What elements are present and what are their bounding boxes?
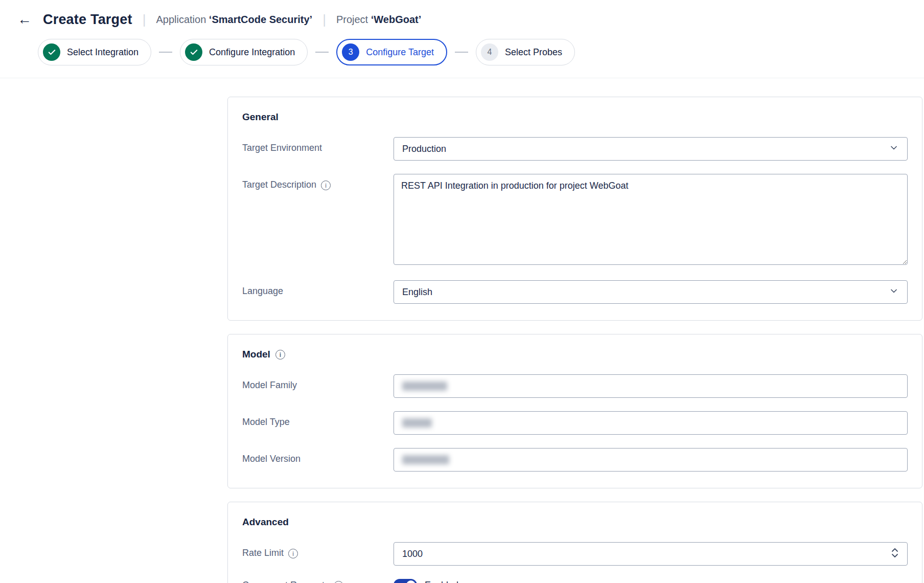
step-complete-check-icon bbox=[185, 43, 202, 61]
language-row: Language English bbox=[242, 280, 908, 304]
application-name: ‘SmartCode Security’ bbox=[209, 14, 312, 25]
model-version-input[interactable] bbox=[394, 448, 908, 472]
wizard-stepper: Select Integration Configure Integration… bbox=[0, 35, 924, 78]
language-select[interactable]: English bbox=[394, 280, 908, 304]
concurrent-requests-row: Concurrent Requests i Enabled bbox=[242, 579, 908, 583]
model-family-input[interactable] bbox=[394, 374, 908, 398]
breadcrumb-project: Project ‘WebGoat’ bbox=[336, 14, 421, 26]
breadcrumb-application: Application ‘SmartCode Security’ bbox=[156, 14, 312, 26]
rate-limit-row: Rate Limit i 1000 bbox=[242, 542, 908, 566]
target-description-textarea[interactable]: REST API Integration in production for p… bbox=[394, 174, 908, 265]
advanced-section-title: Advanced bbox=[242, 517, 289, 528]
page-title: Create Target bbox=[43, 12, 132, 28]
redacted-value bbox=[402, 455, 449, 464]
step-label: Configure Integration bbox=[209, 47, 295, 58]
model-family-row: Model Family bbox=[242, 374, 908, 398]
step-select-integration[interactable]: Select Integration bbox=[38, 39, 151, 65]
step-select-probes[interactable]: 4 Select Probes bbox=[476, 39, 575, 65]
project-name: ‘WebGoat’ bbox=[371, 14, 422, 25]
step-configure-integration[interactable]: Configure Integration bbox=[180, 39, 308, 65]
model-version-label: Model Version bbox=[242, 454, 301, 464]
concurrent-requests-label: Concurrent Requests bbox=[242, 580, 329, 583]
model-section-card: Model i Model Family Model Type bbox=[227, 334, 922, 488]
step-number-badge: 4 bbox=[481, 43, 498, 61]
rate-limit-label: Rate Limit bbox=[242, 548, 284, 558]
step-connector bbox=[159, 52, 172, 53]
target-environment-value: Production bbox=[402, 144, 446, 154]
step-connector bbox=[455, 52, 468, 53]
advanced-section-card: Advanced Rate Limit i 1000 Concurrent Re… bbox=[227, 502, 922, 583]
model-type-label: Model Type bbox=[242, 417, 290, 428]
redacted-value bbox=[402, 418, 432, 428]
chevron-down-icon bbox=[889, 286, 899, 299]
breadcrumb-divider: | bbox=[142, 12, 147, 28]
model-version-row: Model Version bbox=[242, 448, 908, 472]
target-environment-row: Target Environment Production bbox=[242, 137, 908, 161]
language-label: Language bbox=[242, 286, 283, 297]
concurrent-requests-toggle[interactable] bbox=[394, 579, 417, 583]
target-description-row: Target Description i REST API Integratio… bbox=[242, 174, 908, 267]
breadcrumb-divider: | bbox=[321, 12, 327, 28]
general-section-title: General bbox=[242, 111, 279, 123]
model-section-title: Model bbox=[242, 349, 270, 360]
model-type-input[interactable] bbox=[394, 411, 908, 435]
model-family-label: Model Family bbox=[242, 380, 297, 391]
number-stepper-icon[interactable] bbox=[891, 547, 899, 561]
step-complete-check-icon bbox=[43, 43, 60, 61]
application-label: Application bbox=[156, 14, 206, 25]
target-description-label: Target Description bbox=[242, 180, 316, 190]
main-content: General Target Environment Production Ta… bbox=[0, 78, 924, 583]
header-top-row: ← Create Target | Application ‘SmartCode… bbox=[0, 0, 924, 35]
model-type-row: Model Type bbox=[242, 411, 908, 435]
step-number-badge: 3 bbox=[342, 43, 359, 61]
step-label: Select Probes bbox=[505, 47, 562, 58]
rate-limit-value: 1000 bbox=[402, 549, 423, 559]
info-icon[interactable]: i bbox=[275, 350, 285, 360]
step-connector bbox=[315, 52, 329, 53]
step-label: Select Integration bbox=[67, 47, 138, 58]
info-icon[interactable]: i bbox=[288, 549, 298, 558]
rate-limit-input[interactable]: 1000 bbox=[394, 542, 908, 566]
target-environment-select[interactable]: Production bbox=[394, 137, 908, 161]
chevron-down-icon bbox=[889, 143, 899, 155]
language-value: English bbox=[402, 287, 432, 298]
redacted-value bbox=[402, 382, 447, 391]
general-section-card: General Target Environment Production Ta… bbox=[227, 97, 922, 321]
info-icon[interactable]: i bbox=[321, 181, 331, 190]
info-icon[interactable]: i bbox=[334, 581, 343, 583]
step-label: Configure Target bbox=[366, 47, 434, 58]
page-header: ← Create Target | Application ‘SmartCode… bbox=[0, 0, 924, 78]
back-arrow-icon[interactable]: ← bbox=[15, 10, 34, 29]
step-configure-target[interactable]: 3 Configure Target bbox=[336, 39, 447, 65]
target-environment-label: Target Environment bbox=[242, 143, 322, 153]
concurrent-requests-status: Enabled bbox=[425, 580, 458, 583]
toggle-knob bbox=[406, 580, 415, 583]
project-label: Project bbox=[336, 14, 368, 25]
